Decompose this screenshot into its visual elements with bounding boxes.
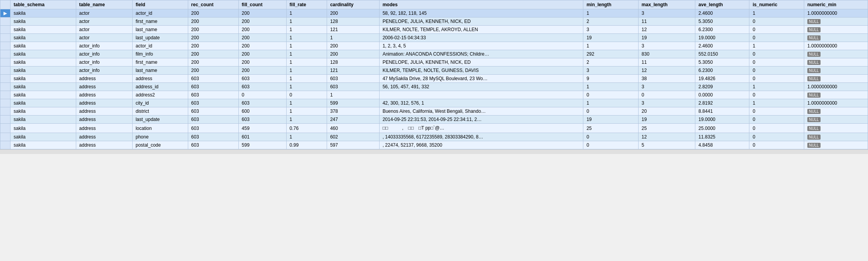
cell-rec-count: 200 <box>188 34 238 42</box>
cell-modes: 58, 92, 182, 118, 145 <box>379 9 583 18</box>
cell-ave-length: 0.0000 <box>695 91 749 99</box>
table-row[interactable]: sakilaaddressphone6036011602, 1403333556… <box>0 133 868 141</box>
cell-modes: PENELOPE, JULIA, KENNETH, NICK, ED <box>379 58 583 67</box>
cell-table-schema: sakila <box>10 75 76 83</box>
cell-table-schema: sakila <box>10 50 76 58</box>
cell-fill-rate: 1 <box>286 34 327 42</box>
cell-min-length: 0 <box>583 141 639 149</box>
header-fill-count[interactable]: fill_count <box>238 0 286 9</box>
cell-ave-length: 2.4600 <box>695 42 749 50</box>
table-row[interactable]: sakilaactorfirst_name2002001128PENELOPE,… <box>0 18 868 26</box>
cell-fill-rate: 0 <box>286 91 327 99</box>
cell-fill-count: 200 <box>238 42 286 50</box>
cell-table-name: actor_info <box>76 58 132 67</box>
cell-numeric-min: NULL <box>804 107 868 116</box>
header-table-schema[interactable]: table_schema <box>10 0 76 9</box>
row-indicator <box>0 107 10 116</box>
cell-field: district <box>132 107 188 116</box>
cell-ave-length: 6.2300 <box>695 67 749 75</box>
row-indicator <box>0 141 10 149</box>
cell-fill-rate: 1 <box>286 42 327 50</box>
header-field[interactable]: field <box>132 0 188 9</box>
null-badge: NULL <box>807 135 821 140</box>
table-row[interactable]: sakilaaddresslast_update60360312472014-0… <box>0 116 868 124</box>
row-indicator <box>0 124 10 133</box>
cell-min-length: 25 <box>583 124 639 133</box>
horizontal-scrollbar[interactable] <box>0 149 868 154</box>
table-row[interactable]: sakilaactor_infofilm_info2002001200Anima… <box>0 50 868 58</box>
cell-modes: 2006-02-15 04:34:33 <box>379 34 583 42</box>
row-indicator <box>0 42 10 50</box>
table-row[interactable]: sakilaaddresscity_id603603159942, 300, 3… <box>0 99 868 107</box>
null-badge: NULL <box>807 143 821 148</box>
cell-table-name: address <box>76 83 132 91</box>
cell-modes <box>379 91 583 99</box>
header-modes[interactable]: modes <box>379 0 583 9</box>
table-row[interactable]: sakilaactorlast_name2002001121KILMER, NO… <box>0 26 868 34</box>
header-fill-rate[interactable]: fill_rate <box>286 0 327 9</box>
row-indicator <box>0 58 10 67</box>
cell-max-length: 11 <box>638 18 695 26</box>
header-table-name[interactable]: table_name <box>76 0 132 9</box>
cell-min-length: 19 <box>583 116 639 124</box>
cell-modes: 2014-09-25 22:31:53, 2014-09-25 22:34:11… <box>379 116 583 124</box>
table-row[interactable]: sakilaaddressaddress2603001000.00000NULL <box>0 91 868 99</box>
cell-fill-count: 603 <box>238 99 286 107</box>
cell-table-schema: sakila <box>10 42 76 50</box>
cell-fill-count: 603 <box>238 83 286 91</box>
header-numeric-min[interactable]: numeric_min <box>804 0 868 9</box>
cell-cardinality: 128 <box>327 58 379 67</box>
cell-is-numeric: 1 <box>749 9 804 18</box>
null-badge: NULL <box>807 27 821 32</box>
table-row[interactable]: sakilaaddresslocation6034590.76460□□ , □… <box>0 124 868 133</box>
cell-cardinality: 1 <box>327 91 379 99</box>
cell-modes: KILMER, TEMPLE, NOLTE, GUINESS, DAVIS <box>379 67 583 75</box>
cell-fill-rate: 1 <box>286 83 327 91</box>
cell-ave-length: 8.8441 <box>695 107 749 116</box>
table-row[interactable]: sakilaactorlast_update200200112006-02-15… <box>0 34 868 42</box>
cell-table-schema: sakila <box>10 99 76 107</box>
row-indicator: ▶ <box>0 9 10 18</box>
cell-max-length: 12 <box>638 133 695 141</box>
cell-ave-length: 19.4826 <box>695 75 749 83</box>
cell-field: phone <box>132 133 188 141</box>
cell-cardinality: 121 <box>327 67 379 75</box>
cell-table-schema: sakila <box>10 133 76 141</box>
cell-rec-count: 603 <box>188 75 238 83</box>
cell-cardinality: 378 <box>327 107 379 116</box>
header-max-length[interactable]: max_length <box>638 0 695 9</box>
cell-max-length: 19 <box>638 34 695 42</box>
table-row[interactable]: sakilaactor_infoactor_id20020012001, 2, … <box>0 42 868 50</box>
header-rec-count[interactable]: rec_count <box>188 0 238 9</box>
table-row[interactable]: sakilaactor_infolast_name2002001121KILME… <box>0 67 868 75</box>
cell-fill-count: 200 <box>238 9 286 18</box>
cell-ave-length: 11.8325 <box>695 133 749 141</box>
cell-field: actor_id <box>132 42 188 50</box>
cell-numeric-min: NULL <box>804 67 868 75</box>
cell-is-numeric: 0 <box>749 141 804 149</box>
cell-is-numeric: 1 <box>749 83 804 91</box>
table-row[interactable]: ▶sakilaactoractor_id200200120058, 92, 18… <box>0 9 868 18</box>
cell-numeric-min: NULL <box>804 91 868 99</box>
header-min-length[interactable]: min_length <box>583 0 639 9</box>
cell-is-numeric: 0 <box>749 18 804 26</box>
cell-fill-rate: 1 <box>286 116 327 124</box>
cell-ave-length: 6.2300 <box>695 26 749 34</box>
table-row[interactable]: sakilaactor_infofirst_name2002001128PENE… <box>0 58 868 67</box>
cell-field: address <box>132 75 188 83</box>
table-row[interactable]: sakilaaddressaddress603603160347 MySakil… <box>0 75 868 83</box>
table-row[interactable]: sakilaaddresspostal_code6035990.99597, 2… <box>0 141 868 149</box>
null-badge: NULL <box>807 93 821 98</box>
header-ave-length[interactable]: ave_length <box>695 0 749 9</box>
table-row[interactable]: sakilaaddressdistrict6036001378Buenos Ai… <box>0 107 868 116</box>
header-is-numeric[interactable]: is_numeric <box>749 0 804 9</box>
cell-rec-count: 200 <box>188 50 238 58</box>
cell-numeric-min: NULL <box>804 26 868 34</box>
header-cardinality[interactable]: cardinality <box>327 0 379 9</box>
table-body: ▶sakilaactoractor_id200200120058, 92, 18… <box>0 9 868 149</box>
table-row[interactable]: sakilaaddressaddress_id603603160356, 105… <box>0 83 868 91</box>
cell-fill-count: 600 <box>238 107 286 116</box>
cell-max-length: 3 <box>638 83 695 91</box>
cell-min-length: 3 <box>583 26 639 34</box>
cell-field: city_id <box>132 99 188 107</box>
